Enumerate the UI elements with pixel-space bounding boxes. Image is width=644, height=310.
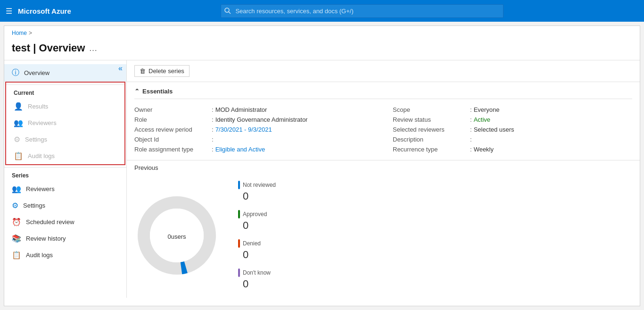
clipboard-icon-current: 📋 [14,151,23,160]
search-input[interactable] [221,4,504,18]
essentials-row-object-id: Object Id : [134,134,374,144]
legend-bar-approved [238,210,240,218]
group-icon-series: 👥 [12,184,21,193]
gear-icon-current: ⚙ [14,135,20,144]
sidebar-reviewers-series-label: Reviewers [26,185,55,193]
legend-bar-dont-know [238,268,240,277]
object-id-label: Object Id [134,136,210,143]
essentials-row-selected-reviewers: Selected reviewers : Selected users [393,125,632,134]
legend-bar-denied [238,239,240,248]
role-label: Role [134,116,210,123]
legend-label-approved: Approved [243,211,267,218]
sidebar-item-results: 👤 Results [6,98,124,115]
role-value: Identity Governance Administrator [215,116,308,123]
page-title-suffix: Overview [39,42,85,54]
essentials-row-role: Role : Identity Governance Administrator [134,115,374,125]
essentials-header: ⌃ Essentials [134,88,632,99]
series-section-header: Series [4,167,126,181]
breadcrumb: Home > [4,26,640,40]
recurrence-type-label: Recurrence type [393,146,468,153]
sidebar-results-label: Results [28,103,48,110]
sidebar-item-settings-series[interactable]: ⚙ Settings [4,197,126,214]
role-assignment-value: Eligible and Active [215,146,265,153]
legend-value-not-reviewed: 0 [243,190,276,202]
search-icon [224,8,231,14]
legend-item-not-reviewed: Not reviewed 0 [238,181,276,202]
legend-label-dont-know: Don't know [243,269,271,276]
main-panel: 🗑 Delete series ⌃ Essentials Owner : [127,60,640,298]
selected-reviewers-value: Selected users [474,126,514,133]
owner-value: MOD Administrator [215,106,267,113]
svg-point-0 [225,8,229,12]
scope-label: Scope [393,106,468,113]
legend-item-denied: Denied 0 [238,239,276,261]
sidebar-audit-current-label: Audit logs [28,152,55,159]
chart-legend: Not reviewed 0 Approved 0 [238,181,276,290]
review-status-label: Review status [393,116,468,123]
delete-series-button[interactable]: 🗑 Delete series [134,65,190,77]
sidebar-item-settings-current: ⚙ Settings [6,131,124,148]
content-area: « ⓘ Overview Current 👤 Results 👥 Reviewe… [4,60,640,298]
review-status-value: Active [474,116,490,123]
legend-bar-not-reviewed [238,181,240,189]
essentials-right-col: Scope : Everyone Review status : Active … [393,105,632,154]
description-label: Description [393,136,468,143]
current-section: Current 👤 Results 👥 Reviewers ⚙ Settings… [5,82,125,165]
toolbar: 🗑 Delete series [127,60,640,82]
sidebar-collapse-button[interactable]: « [118,64,123,73]
sidebar-scheduled-review-label: Scheduled review [26,218,74,226]
essentials-row-role-assignment: Role assignment type : Eligible and Acti… [134,144,374,154]
more-options-icon[interactable]: … [89,43,97,53]
sidebar-review-history-label: Review history [26,235,66,242]
selected-reviewers-label: Selected reviewers [393,126,468,133]
essentials-row-description: Description : [393,134,632,144]
breadcrumb-home[interactable]: Home [12,30,27,36]
page-title-bar: test | Overview … [4,40,640,60]
essentials-row-access-review-period: Access review period : 7/30/2021 - 9/3/2… [134,125,374,134]
legend-value-denied: 0 [243,249,276,261]
essentials-row-recurrence-type: Recurrence type : Weekly [393,144,632,154]
person-icon: 👤 [14,102,23,111]
role-assignment-label: Role assignment type [134,146,210,153]
sidebar-item-scheduled-review[interactable]: ⏰ Scheduled review [4,214,126,230]
donut-unit: users [171,233,186,240]
legend-value-approved: 0 [243,219,276,232]
essentials-section: ⌃ Essentials Owner : MOD Administrator R… [127,82,640,160]
hamburger-menu[interactable]: ☰ [6,7,12,16]
essentials-title: Essentials [142,88,173,95]
sidebar-settings-current-label: Settings [25,136,47,143]
page-title: test | Overview [12,42,85,54]
gear-icon-series: ⚙ [12,201,18,210]
sidebar-item-review-history[interactable]: 📚 Review history [4,230,126,247]
chevron-up-icon: ⌃ [134,88,140,95]
sidebar-item-audit-series[interactable]: 📋 Audit logs [4,247,126,263]
sidebar-item-audit-current: 📋 Audit logs [6,148,124,164]
svg-line-1 [229,12,231,14]
previous-label: Previous [134,164,632,171]
essentials-row-scope: Scope : Everyone [393,105,632,115]
donut-chart: 0users [134,193,219,278]
recurrence-type-value: Weekly [474,146,494,153]
legend-value-dont-know: 0 [243,278,276,290]
sidebar: « ⓘ Overview Current 👤 Results 👥 Reviewe… [4,60,127,298]
sidebar-item-overview[interactable]: ⓘ Overview [4,64,126,82]
page-container: Home > test | Overview … « ⓘ Overview Cu… [4,25,640,306]
access-review-period-label: Access review period [134,126,210,133]
clipboard-icon-series: 📋 [12,251,21,260]
series-section: Series 👥 Reviewers ⚙ Settings ⏰ Schedule… [4,167,126,263]
sidebar-item-reviewers-series[interactable]: 👥 Reviewers [4,181,126,197]
sidebar-reviewers-current-label: Reviewers [28,119,57,126]
sidebar-audit-series-label: Audit logs [26,251,53,259]
delete-series-label: Delete series [149,67,184,75]
current-section-header: Current [6,84,124,98]
search-bar[interactable] [221,4,504,18]
legend-item-dont-know: Don't know 0 [238,268,276,290]
breadcrumb-separator: > [29,30,32,36]
essentials-row-review-status: Review status : Active [393,115,632,125]
access-review-period-value: 7/30/2021 - 9/3/2021 [215,126,272,133]
book-icon: 📚 [12,234,21,243]
page-title-prefix: test [12,42,30,54]
chart-area: 0users Not reviewed 0 [134,177,632,294]
sidebar-settings-series-label: Settings [23,202,45,209]
donut-center-text: 0users [167,229,186,242]
